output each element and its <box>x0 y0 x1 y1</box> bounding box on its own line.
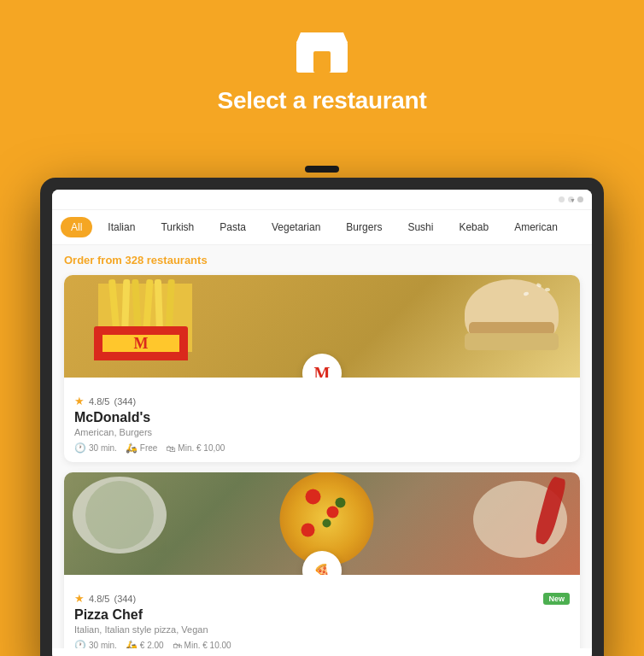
pizza-chef-tags: Italian, Italian style pizza, Vegan <box>74 624 570 635</box>
pizza-chef-logo-text: 🍕 <box>313 563 331 576</box>
tablet-frame: ▼ All Italian Turkish Pasta Vegetarian B… <box>40 178 604 656</box>
pizza-chef-min: 🛍 Min. € 10,00 <box>173 641 231 649</box>
restaurant-card-pizza-chef[interactable]: 🍕 ★ 4.8/5 (344) New Pizza Chef Italian, … <box>64 472 580 648</box>
filter-chip-sushi[interactable]: Sushi <box>397 217 443 237</box>
svg-rect-1 <box>313 51 331 73</box>
pizza-chef-delivery-time: 30 min. <box>89 641 117 648</box>
filter-chip-vegetarian[interactable]: Vegetarian <box>261 217 331 237</box>
delivery-icon: 🛵 <box>126 442 138 454</box>
mcdonalds-fee: 🛵 Free <box>126 442 158 454</box>
pizza-chef-delivery-fee: € 2,00 <box>140 641 164 648</box>
pizza-chef-name: Pizza Chef <box>74 607 570 623</box>
tablet-screen: ▼ All Italian Turkish Pasta Vegetarian B… <box>52 190 592 656</box>
delivery-icon-2: 🛵 <box>126 640 138 648</box>
pizza-chef-meta: 🕐 30 min. 🛵 € 2,00 🛍 Min. € 10,00 <box>74 640 570 648</box>
clock-icon-2: 🕐 <box>74 640 86 648</box>
mcdonalds-tags: American, Burgers <box>74 427 570 437</box>
mcdonalds-delivery-fee: Free <box>140 443 158 453</box>
pizza-chef-fee: 🛵 € 2,00 <box>126 640 164 648</box>
pizza-chef-min-order: Min. € 10,00 <box>184 641 231 648</box>
pizza-chef-rating-row: ★ 4.8/5 (344) New <box>74 592 570 605</box>
mcdonalds-name: McDonald's <box>74 410 570 425</box>
filter-chip-all[interactable]: All <box>61 217 92 237</box>
mcdonalds-time: 🕐 30 min. <box>74 442 117 454</box>
filter-chip-pasta[interactable]: Pasta <box>209 217 256 237</box>
mcdonalds-rating: 4.8/5 <box>89 396 109 407</box>
pizza-chef-reviews: (344) <box>114 594 136 604</box>
order-count: Order from 328 restaurants <box>64 254 580 266</box>
filter-chip-turkish[interactable]: Turkish <box>150 217 204 237</box>
bag-icon: 🛍 <box>166 443 175 454</box>
new-badge: New <box>543 593 570 605</box>
filter-chip-american[interactable]: American <box>504 217 568 237</box>
svg-rect-2 <box>296 41 348 46</box>
store-icon <box>292 26 352 77</box>
dot-3: ▼ <box>577 196 583 202</box>
star-icon-2: ★ <box>74 592 85 605</box>
tablet-topbar: ▼ <box>52 190 592 210</box>
mcdonalds-delivery-time: 30 min. <box>89 443 117 453</box>
mcdonalds-image: M <box>64 275 580 378</box>
dot-1 <box>559 196 565 202</box>
header: Select a restaurant <box>0 0 644 132</box>
mcdonalds-meta: 🕐 30 min. 🛵 Free 🛍 Min. € 10,00 <box>74 442 570 454</box>
pizza-chef-image: 🍕 <box>64 472 580 575</box>
mcdonalds-min-order: Min. € 10,00 <box>178 443 225 453</box>
page-title: Select a restaurant <box>218 87 427 114</box>
pizza-chef-info: ★ 4.8/5 (344) New Pizza Chef Italian, It… <box>64 575 580 648</box>
filter-chip-italian[interactable]: Italian <box>97 217 145 237</box>
mcdonalds-reviews: (344) <box>114 396 136 407</box>
tablet-camera <box>305 166 339 173</box>
star-icon: ★ <box>74 395 85 407</box>
restaurant-card-mcdonalds[interactable]: M <box>64 275 580 462</box>
mcdonalds-rating-row: ★ 4.8/5 (344) <box>74 395 570 407</box>
bag-icon-2: 🛍 <box>173 641 182 649</box>
pizza-chef-time: 🕐 30 min. <box>74 640 117 648</box>
pizza-chef-rating: 4.8/5 <box>89 594 109 604</box>
restaurant-list: Order from 328 restaurants <box>52 245 592 648</box>
clock-icon: 🕐 <box>74 442 86 454</box>
filter-chip-burgers[interactable]: Burgers <box>336 217 392 237</box>
filter-chip-kebab[interactable]: Kebab <box>448 217 499 237</box>
mcdonalds-min: 🛍 Min. € 10,00 <box>166 443 225 454</box>
filter-bar: All Italian Turkish Pasta Vegetarian Bur… <box>52 210 592 245</box>
mcdonalds-info: ★ 4.8/5 (344) McDonald's American, Burge… <box>64 378 580 462</box>
